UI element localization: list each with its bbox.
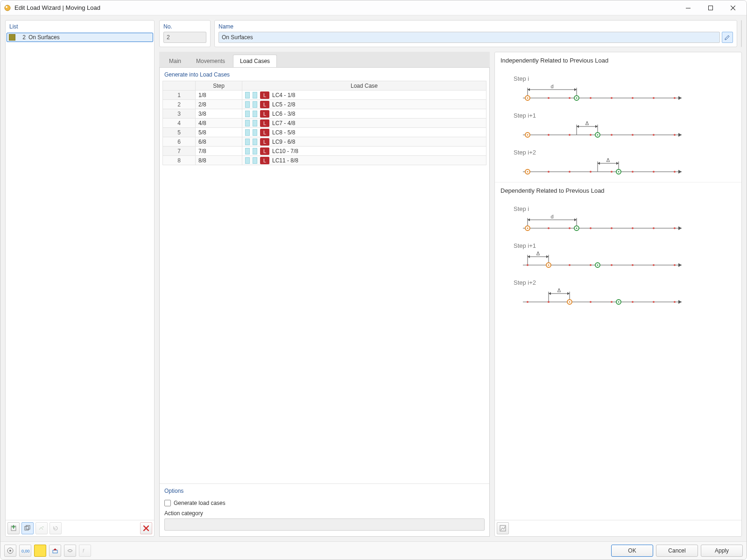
svg-point-87 xyxy=(674,264,676,266)
table-row[interactable]: 44/8LLC7 - 4/8 xyxy=(163,119,486,128)
step-diagram: Δ xyxy=(514,288,736,308)
apply-button[interactable]: Apply xyxy=(701,545,743,557)
row-number: 8 xyxy=(163,156,196,165)
independent-title: Independently Related to Previous Load xyxy=(495,52,741,66)
lc-badge-icon: L xyxy=(260,157,269,164)
step-diagram: Δ xyxy=(514,158,736,178)
step-diagram: Δ xyxy=(514,251,736,272)
svg-rect-3 xyxy=(709,6,713,10)
action-category-select[interactable] xyxy=(164,518,485,531)
generate-title: Generate into Load Cases xyxy=(160,68,489,81)
svg-point-33 xyxy=(611,134,613,136)
diagram-independent: Step idStep i+1ΔStep i+2Δ xyxy=(495,66,741,182)
color-swatch-icon xyxy=(9,34,15,41)
lc-color-icon xyxy=(253,139,257,145)
generate-load-cases-checkbox[interactable]: Generate load cases xyxy=(164,500,485,506)
lc-color-icon xyxy=(245,129,250,136)
checkbox-label: Generate load cases xyxy=(174,500,226,506)
svg-point-53 xyxy=(674,171,676,173)
apply-filter-button[interactable] xyxy=(35,522,48,534)
svg-point-17 xyxy=(632,97,634,99)
diagram-scroll[interactable]: Independently Related to Previous Load S… xyxy=(495,52,741,520)
cancel-button[interactable]: Cancel xyxy=(656,545,698,557)
list-item[interactable]: 2 On Surfaces xyxy=(7,33,153,42)
reset-button[interactable] xyxy=(49,522,62,534)
svg-text:Δ: Δ xyxy=(606,158,610,163)
table-row[interactable]: 88/8LLC11 - 8/8 xyxy=(163,156,486,165)
help-button[interactable] xyxy=(4,545,16,557)
table-row[interactable]: 66/8LLC9 - 6/8 xyxy=(163,137,486,147)
name-field-block: Name On Surfaces xyxy=(214,20,737,47)
table-row[interactable]: 22/8LLC5 - 2/8 xyxy=(163,100,486,109)
dialog-footer: 0,00 f OK Cancel Apply xyxy=(0,541,747,560)
tabs-bar: Main Movements Load Cases xyxy=(159,52,490,68)
checkbox-icon xyxy=(164,500,171,506)
svg-point-32 xyxy=(590,134,592,136)
step-diagram: d xyxy=(514,214,736,235)
table-row[interactable]: 33/8LLC6 - 3/8 xyxy=(163,109,486,119)
svg-rect-113 xyxy=(53,550,57,553)
tab-load-cases[interactable]: Load Cases xyxy=(233,55,277,67)
rename-button[interactable] xyxy=(722,32,733,43)
number-input[interactable]: 2 xyxy=(163,32,206,43)
step-label: Step i+2 xyxy=(514,279,736,286)
svg-text:Δ: Δ xyxy=(536,251,540,256)
table-row[interactable]: 55/8LLC8 - 5/8 xyxy=(163,128,486,137)
window-title: Edit Load Wizard | Moving Load xyxy=(14,4,100,11)
close-button[interactable] xyxy=(722,1,744,15)
lc-color-icon xyxy=(245,120,250,126)
table-row[interactable]: 77/8LLC10 - 7/8 xyxy=(163,147,486,156)
row-step: 6/8 xyxy=(196,137,242,147)
script-button[interactable]: f xyxy=(79,545,91,557)
lc-color-icon xyxy=(245,101,250,108)
duplicate-item-button[interactable] xyxy=(21,522,34,534)
row-load-case: LLC11 - 8/8 xyxy=(242,156,486,165)
svg-point-111 xyxy=(9,550,11,552)
list-toolbar xyxy=(6,520,154,536)
list-body[interactable]: 2 On Surfaces xyxy=(6,32,154,520)
row-step: 1/8 xyxy=(196,91,242,100)
svg-point-98 xyxy=(548,301,550,303)
table-row[interactable]: 11/8LLC4 - 1/8 xyxy=(163,91,486,100)
row-number: 3 xyxy=(163,109,196,119)
svg-point-57 xyxy=(618,171,620,173)
svg-point-106 xyxy=(569,301,571,303)
name-input[interactable]: On Surfaces xyxy=(218,32,720,43)
row-load-case: LLC10 - 7/8 xyxy=(242,147,486,156)
svg-text:Δ: Δ xyxy=(557,288,561,293)
svg-point-52 xyxy=(653,171,655,173)
svg-point-67 xyxy=(611,227,613,229)
diagram-mode-button[interactable] xyxy=(497,522,509,534)
svg-point-0 xyxy=(5,5,10,11)
tab-movements[interactable]: Movements xyxy=(189,55,232,67)
new-item-button[interactable] xyxy=(7,522,20,534)
color-button[interactable] xyxy=(34,545,46,557)
svg-point-48 xyxy=(569,171,571,173)
ok-button[interactable]: OK xyxy=(611,545,653,557)
app-icon xyxy=(3,4,12,12)
row-number: 2 xyxy=(163,100,196,109)
lc-badge-icon: L xyxy=(260,110,269,118)
list-header: List xyxy=(6,21,154,32)
view-button[interactable] xyxy=(64,545,76,557)
row-step: 4/8 xyxy=(196,119,242,128)
svg-point-13 xyxy=(548,97,550,99)
svg-text:f: f xyxy=(83,548,85,553)
minimize-button[interactable] xyxy=(677,1,699,15)
step-label: Step i+1 xyxy=(514,242,736,249)
row-step: 7/8 xyxy=(196,147,242,156)
svg-rect-2 xyxy=(686,8,691,8)
model-button[interactable] xyxy=(49,545,61,557)
svg-point-40 xyxy=(597,134,599,136)
lc-badge-icon: L xyxy=(260,101,269,108)
units-button[interactable]: 0,00 xyxy=(19,545,31,557)
tab-main[interactable]: Main xyxy=(162,55,188,67)
preview-placeholder xyxy=(741,20,742,47)
number-field-block: No. 2 xyxy=(159,20,211,47)
maximize-button[interactable] xyxy=(700,1,721,15)
load-cases-table[interactable]: Step Load Case 11/8LLC4 - 1/822/8LLC5 - … xyxy=(162,81,486,165)
svg-rect-5 xyxy=(25,526,28,530)
svg-point-64 xyxy=(548,227,550,229)
row-number: 7 xyxy=(163,147,196,156)
delete-item-button[interactable] xyxy=(140,522,152,534)
